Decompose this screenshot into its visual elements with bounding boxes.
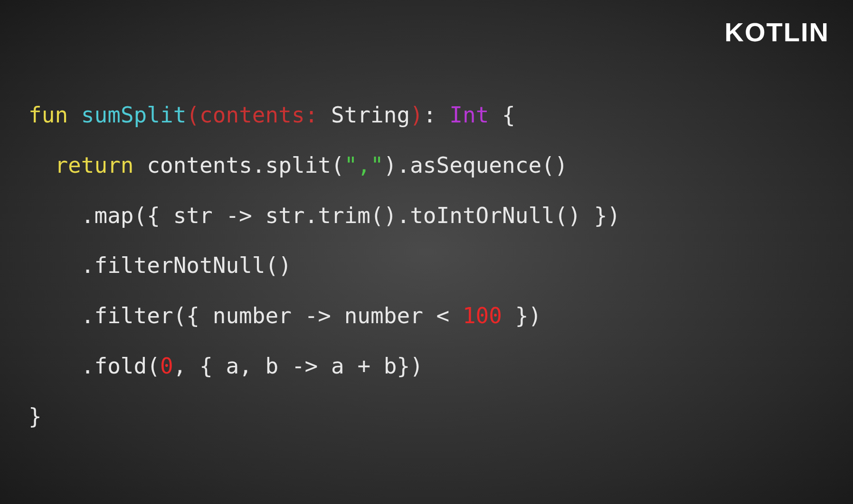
function-name: sumSplit [81,102,187,128]
space [318,102,331,128]
keyword-return: return [55,152,133,178]
code-block: fun sumSplit(contents: String): Int { re… [28,90,620,442]
code-line-2: return contents.split(",").asSequence() [28,152,568,178]
indent [28,203,81,228]
space [68,102,81,128]
close-brace: } [28,403,42,429]
code-line-3: .map({ str -> str.trim().toIntOrNull() }… [28,203,620,228]
code-line-7: } [28,403,42,429]
code-text: .filter({ number -> number < [81,303,463,328]
colon: : [305,102,318,128]
code-text: }) [502,303,541,328]
expr-rest: ).asSequence() [384,152,568,178]
indent [28,353,81,379]
code-line-5: .filter({ number -> number < 100 }) [28,303,541,328]
code-text: .map({ str -> str.trim().toIntOrNull() }… [81,203,620,228]
code-text: .fold( [81,353,160,379]
code-line-6: .fold(0, { a, b -> a + b}) [28,353,423,379]
space [489,102,502,128]
string-literal: "," [344,152,384,178]
keyword-fun: fun [28,102,68,128]
code-text: , { a, b -> a + b}) [173,353,423,379]
space [134,152,147,178]
param-name: contents [199,102,305,128]
number-literal: 100 [463,303,502,328]
expr: contents.split( [147,152,344,178]
rparen: ) [410,102,423,128]
indent [28,303,81,328]
number-literal: 0 [160,353,173,379]
indent [28,252,81,278]
param-type: String [331,102,410,128]
brand-label: KOTLIN [725,17,829,47]
indent [28,152,55,178]
open-brace: { [502,102,515,128]
code-line-1: fun sumSplit(contents: String): Int { [28,102,515,128]
return-type: Int [449,102,489,128]
code-line-4: .filterNotNull() [28,252,292,278]
lparen: ( [186,102,199,128]
code-text: .filterNotNull() [81,252,292,278]
colon-ret: : [423,102,449,128]
